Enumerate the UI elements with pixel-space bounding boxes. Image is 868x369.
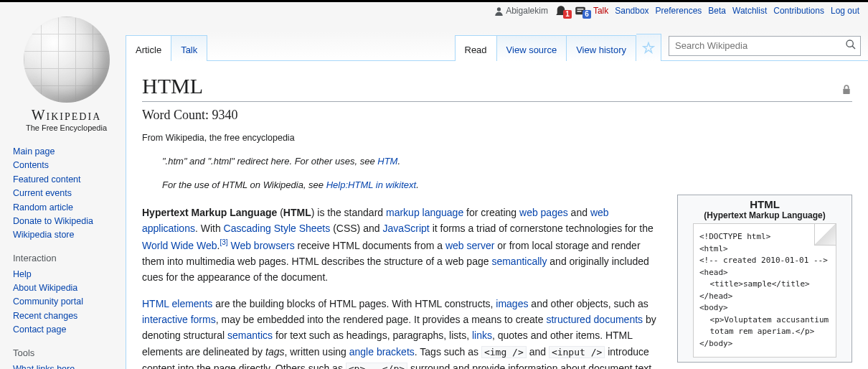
link-web-pages[interactable]: web pages [519, 207, 568, 218]
tab-view-source[interactable]: View source [497, 35, 567, 61]
main-content: HTML Word Count: 9340 From Wikipedia, th… [126, 61, 868, 369]
nav-donate[interactable]: Donate to Wikipedia [13, 216, 93, 226]
from-line: From Wikipedia, the free encyclopedia [142, 133, 852, 143]
link-links[interactable]: links [472, 330, 492, 341]
svg-line-5 [852, 46, 855, 49]
infobox: HTML (Hypertext Markup Language) <!DOCTY… [677, 195, 852, 363]
paragraph-1: Hypertext Markup Language (HTML) is the … [142, 205, 661, 286]
nav-recent-changes[interactable]: Recent changes [13, 311, 77, 321]
svg-point-0 [497, 7, 501, 11]
tab-view-history[interactable]: View history [567, 35, 636, 61]
link-images[interactable]: images [496, 298, 528, 309]
nav-contents[interactable]: Contents [13, 160, 49, 170]
svg-point-4 [846, 40, 853, 47]
hatnote-2: For the use of HTML on Wikipedia, see He… [162, 179, 852, 190]
tab-read[interactable]: Read [455, 35, 497, 61]
nav-main-page[interactable]: Main page [13, 146, 55, 157]
personal-sandbox[interactable]: Sandbox [615, 6, 648, 16]
personal-beta[interactable]: Beta [708, 6, 726, 16]
nav-store[interactable]: Wikipedia store [13, 230, 74, 240]
lock-icon [841, 77, 852, 101]
link-javascript[interactable]: JavaScript [382, 223, 429, 234]
link-semantics[interactable]: semantics [227, 330, 273, 341]
code-p: <p>...</p> [346, 363, 407, 369]
nav-heading-tools: Tools [13, 347, 120, 358]
nav-help[interactable]: Help [13, 269, 32, 279]
infobox-title: HTML [681, 198, 849, 210]
code-input: <input /> [549, 346, 605, 358]
nav-random[interactable]: Random article [13, 202, 73, 212]
link-interactive-forms[interactable]: interactive forms [142, 314, 216, 325]
link-css[interactable]: Cascading Style Sheets [224, 223, 331, 234]
notices-icon[interactable]: 6 [574, 4, 587, 17]
nav-current-events[interactable]: Current events [13, 188, 72, 198]
cite-3[interactable]: [3] [220, 238, 227, 246]
infobox-code-image: <!DOCTYPE html> <html> <!-- created 2010… [693, 223, 836, 358]
personal-preferences[interactable]: Preferences [656, 6, 702, 16]
tab-article[interactable]: Article [126, 35, 171, 61]
watch-star-icon[interactable] [636, 34, 661, 61]
logo-wordmark: Wikipedia [13, 107, 120, 123]
link-markup-language[interactable]: markup language [386, 207, 463, 218]
tab-talk[interactable]: Talk [171, 35, 207, 61]
link-web-server[interactable]: web server [445, 239, 494, 251]
search-box [669, 36, 861, 56]
tabs-row: Article Talk Read View source View histo… [126, 31, 868, 61]
personal-contributions[interactable]: Contributions [773, 6, 824, 16]
link-structured-documents[interactable]: structured documents [546, 314, 643, 325]
user-link[interactable]: Abigalekim [494, 6, 548, 16]
link-html-elements[interactable]: HTML elements [142, 298, 212, 309]
hatnote-1: ".htm" and ".html" redirect here. For ot… [162, 156, 852, 167]
nav-featured[interactable]: Featured content [13, 174, 81, 184]
link-angle-brackets[interactable]: angle brackets [349, 346, 415, 358]
nav-what-links-here[interactable]: What links here [13, 364, 75, 370]
logo-tagline: The Free Encyclopedia [13, 123, 120, 132]
infobox-subtitle: (Hypertext Markup Language) [681, 210, 849, 220]
alerts-icon[interactable]: 1 [555, 4, 567, 17]
personal-watchlist[interactable]: Watchlist [732, 6, 767, 16]
nav-heading-interaction: Interaction [13, 253, 120, 263]
link-semantically[interactable]: semantically [491, 256, 547, 267]
nav-contact[interactable]: Contact page [13, 324, 66, 335]
link-web-browsers[interactable]: Web browsers [230, 239, 294, 251]
hatnote-help-link[interactable]: Help:HTML in wikitext [326, 179, 416, 190]
paragraph-2: HTML elements are the building blocks of… [142, 296, 661, 369]
page-title: HTML [142, 74, 852, 102]
search-input[interactable] [669, 37, 841, 54]
search-button-icon[interactable] [841, 39, 860, 52]
code-img: <img /> [481, 346, 527, 358]
nav-about[interactable]: About Wikipedia [13, 283, 77, 293]
link-www[interactable]: World Wide Web [142, 239, 217, 251]
personal-talk[interactable]: Talk [593, 6, 608, 16]
svg-rect-3 [577, 11, 581, 12]
personal-logout[interactable]: Log out [831, 6, 859, 16]
word-count: Word Count: 9340 [142, 108, 852, 123]
personal-bar: Abigalekim 1 6 Talk Sandbox Preferences … [494, 4, 859, 17]
hatnote-htm-link[interactable]: HTM [377, 156, 397, 167]
nav-community[interactable]: Community portal [13, 296, 83, 307]
sidebar: Wikipedia The Free Encyclopedia Main pag… [0, 2, 126, 369]
svg-rect-6 [843, 89, 849, 94]
logo-globe-icon [24, 17, 110, 103]
page-fold-icon [814, 224, 836, 246]
logo[interactable]: Wikipedia The Free Encyclopedia [13, 17, 120, 132]
